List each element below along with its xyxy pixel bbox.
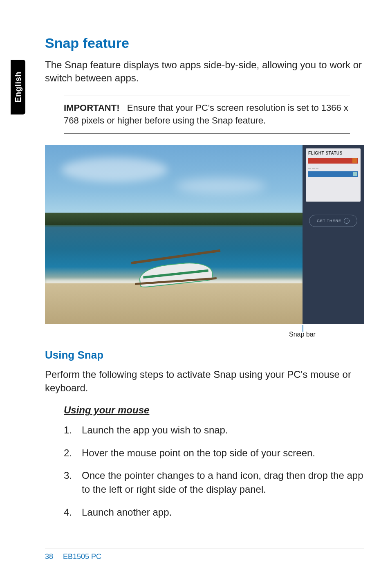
- left-app-photo: [45, 145, 303, 324]
- step-item: 2.Hover the mouse point on the top side …: [64, 446, 364, 460]
- decorative-cloud: [61, 157, 168, 182]
- right-app-panel: FLIGHT STATUS — — — GET THERE: [303, 145, 364, 324]
- important-label: IMPORTANT!: [64, 103, 119, 113]
- status-sublabel: — — —: [308, 167, 358, 170]
- decorative-boat: [131, 239, 221, 296]
- step-number: 2.: [64, 446, 82, 460]
- step-item: 4.Launch another app.: [64, 505, 364, 519]
- step-number: 3.: [64, 469, 82, 496]
- using-snap-heading: Using Snap: [45, 349, 364, 361]
- status-row-blue: [308, 171, 358, 177]
- step-number: 1.: [64, 423, 82, 437]
- language-tab: English: [11, 60, 25, 114]
- important-text: IMPORTANT! Ensure that your PC's screen …: [64, 102, 350, 127]
- important-note: IMPORTANT! Ensure that your PC's screen …: [64, 96, 350, 134]
- using-snap-body: Perform the following steps to activate …: [45, 368, 364, 395]
- step-item: 3.Once the pointer changes to a hand ico…: [64, 469, 364, 496]
- snap-bar-caption: Snap bar: [289, 331, 316, 338]
- lead-paragraph: The Snap feature displays two apps side-…: [45, 58, 364, 85]
- step-text: Once the pointer changes to a hand icon,…: [82, 469, 364, 496]
- snap-bar-pointer-area: Snap bar: [45, 327, 364, 337]
- step-item: 1.Launch the app you wish to snap.: [64, 423, 364, 437]
- snap-feature-screenshot: FLIGHT STATUS — — — GET THERE: [45, 145, 364, 324]
- doc-id: EB1505 PC: [63, 552, 101, 561]
- step-text: Launch the app you wish to snap.: [82, 423, 364, 437]
- content-area: Snap feature The Snap feature displays t…: [45, 35, 364, 528]
- decorative-cloud: [176, 178, 266, 194]
- steps-list: 1.Launch the app you wish to snap. 2.Hov…: [64, 423, 364, 519]
- section-heading: Snap feature: [45, 35, 364, 51]
- get-there-button: GET THERE: [309, 215, 357, 227]
- page-number: 38: [45, 552, 63, 561]
- status-row-red: [308, 158, 358, 164]
- decorative-island: [45, 213, 303, 225]
- page-footer: 38EB1505 PC: [45, 548, 364, 561]
- flight-status-title: FLIGHT STATUS: [308, 151, 358, 155]
- get-there-label: GET THERE: [317, 219, 341, 223]
- arrow-circle-icon: [344, 218, 350, 224]
- flight-status-card: FLIGHT STATUS — — —: [306, 148, 361, 202]
- using-mouse-heading: Using your mouse: [64, 404, 364, 416]
- step-number: 4.: [64, 505, 82, 519]
- step-text: Hover the mouse point on the top side of…: [82, 446, 364, 460]
- step-text: Launch another app.: [82, 505, 364, 519]
- page: English Snap feature The Snap feature di…: [0, 0, 390, 588]
- language-label: English: [13, 72, 23, 103]
